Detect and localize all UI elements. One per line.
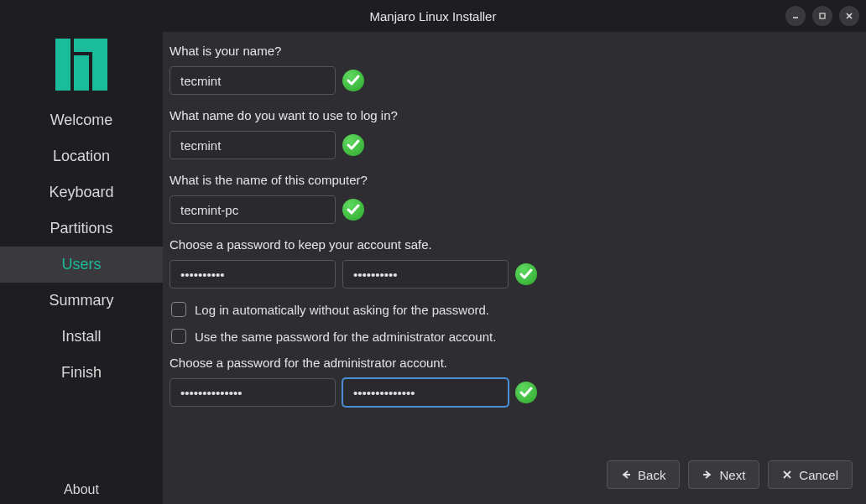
sidebar-item-location[interactable]: Location [0,138,163,174]
window-controls [785,6,859,26]
next-button[interactable]: Next [688,460,759,489]
close-button[interactable] [839,6,859,26]
name-input[interactable] [170,66,336,95]
login-label: What name do you want to use to log in? [170,108,859,122]
admin-password-confirm-input[interactable] [342,378,509,407]
sidebar-item-label: Finish [61,364,102,381]
check-icon [342,70,364,91]
close-icon [782,468,792,482]
sidebar-item-label: Location [53,148,110,164]
sidebar-item-summary[interactable]: Summary [0,283,163,319]
password-label: Choose a password to keep your account s… [170,237,859,252]
sidebar-item-label: Users [61,256,101,273]
name-row [170,66,859,95]
password-row [170,260,859,288]
check-icon [515,382,537,403]
sidebar-item-finish[interactable]: Finish [0,355,163,391]
cancel-button[interactable]: Cancel [768,460,853,489]
about-link[interactable]: About [0,474,163,504]
name-label: What is your name? [170,44,859,58]
password-input[interactable] [170,260,336,288]
auto-login-row: Log in automatically without asking for … [170,302,859,317]
check-icon [342,199,364,221]
auto-login-checkbox[interactable] [171,302,186,317]
check-icon [515,263,537,285]
admin-password-input[interactable] [170,378,336,407]
sidebar-item-install[interactable]: Install [0,319,163,355]
svg-rect-5 [74,55,89,91]
svg-rect-4 [55,39,70,91]
same-password-checkbox[interactable] [171,329,186,344]
admin-password-label: Choose a password for the administrator … [170,356,859,370]
sidebar-items: Welcome Location Keyboard Partitions Use… [0,102,163,474]
check-icon [342,134,364,156]
auto-login-label: Log in automatically without asking for … [195,303,489,317]
form-panel: What is your name? What name do you want… [163,32,866,504]
computer-input[interactable] [170,195,336,224]
login-row [170,131,859,159]
same-password-row: Use the same password for the administra… [170,329,859,344]
sidebar-item-label: Install [61,328,101,345]
sidebar-item-users[interactable]: Users [0,247,163,283]
window-title: Manjaro Linux Installer [370,9,497,23]
about-label: About [64,482,99,496]
footer-buttons: Back Next Cancel [170,454,859,497]
maximize-button[interactable] [812,6,832,26]
password-confirm-input[interactable] [342,260,509,288]
sidebar-item-welcome[interactable]: Welcome [0,102,163,138]
svg-rect-7 [92,39,107,91]
arrow-right-icon [702,468,712,482]
cancel-label: Cancel [799,468,838,482]
computer-label: What is the name of this computer? [170,173,859,187]
svg-rect-1 [820,13,825,18]
form-content: What is your name? What name do you want… [170,44,859,454]
manjaro-logo-icon [55,39,107,91]
sidebar-item-keyboard[interactable]: Keyboard [0,174,163,210]
main-content: Welcome Location Keyboard Partitions Use… [0,32,866,504]
computer-row [170,195,859,224]
sidebar-item-label: Summary [49,292,113,309]
back-button[interactable]: Back [607,460,680,489]
same-password-label: Use the same password for the administra… [195,330,496,344]
sidebar-item-label: Partitions [50,220,112,236]
sidebar-item-label: Keyboard [49,184,113,200]
installer-window: Manjaro Linux Installer [0,0,866,504]
admin-password-row [170,378,859,407]
next-label: Next [719,468,745,482]
arrow-left-icon [621,468,631,482]
back-label: Back [638,468,665,482]
login-input[interactable] [170,131,336,159]
minimize-button[interactable] [785,6,806,26]
titlebar: Manjaro Linux Installer [0,0,866,32]
sidebar: Welcome Location Keyboard Partitions Use… [0,32,163,504]
sidebar-item-partitions[interactable]: Partitions [0,210,163,247]
sidebar-item-label: Welcome [50,112,113,128]
